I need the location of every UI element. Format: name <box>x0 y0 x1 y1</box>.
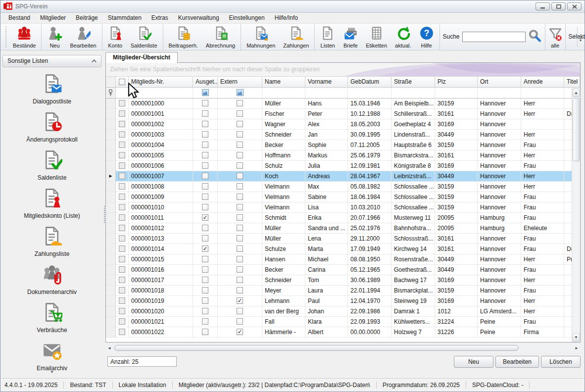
row-checkbox[interactable] <box>119 277 125 283</box>
filter-cell[interactable] <box>435 88 478 98</box>
toolbar-button-listen[interactable]: Listen <box>316 24 339 50</box>
filter-cell[interactable] <box>391 88 435 98</box>
row-checkbox[interactable] <box>237 256 243 262</box>
filter-cell[interactable] <box>348 88 391 98</box>
row-checkbox[interactable] <box>202 142 208 148</box>
row-checkbox[interactable] <box>237 173 243 179</box>
menu-mitglieder[interactable]: Mitglieder <box>35 13 71 22</box>
row-checkbox[interactable] <box>119 100 125 106</box>
toolbar-button-mahnungen[interactable]: Mahnungen <box>243 24 279 50</box>
row-checkbox[interactable] <box>119 256 125 262</box>
toolbar-button-bestände[interactable]: Bestände <box>9 24 40 50</box>
close-button[interactable] <box>567 2 582 10</box>
horizontal-scrollbar[interactable]: ◄ ► <box>105 344 581 352</box>
column-header-ort[interactable]: Ort <box>478 77 521 87</box>
toolbar-button-neu[interactable]: Neu <box>43 24 66 50</box>
toolbar-button-beitragserh[interactable]: Beitragserh. <box>165 24 202 50</box>
sidebar-item-dokumentenarchiv[interactable]: Dokumentenarchiv <box>27 264 77 295</box>
scroll-up-icon[interactable]: ▲ <box>573 89 580 97</box>
sidebar-item-zahlungsliste[interactable]: Zahlungsliste <box>35 226 70 257</box>
table-row[interactable]: 0000001020van der BergJohan22.09.1986Dam… <box>106 306 580 317</box>
sidebar-scroll-down-icon[interactable]: ▼ <box>0 370 103 374</box>
column-header-extern[interactable]: Extern <box>218 77 262 87</box>
sidebar-item-verbräuche[interactable]: Verbräuche <box>37 302 67 334</box>
row-checkbox[interactable] <box>119 110 125 117</box>
table-row[interactable]: 0000001010VielmannLisa10.03.2010Schlossa… <box>106 202 580 213</box>
toolbar-grip[interactable] <box>5 26 6 48</box>
row-checkbox[interactable] <box>119 266 125 273</box>
row-checkbox[interactable] <box>119 297 125 304</box>
column-header-vorname[interactable]: Vorname <box>305 77 348 87</box>
row-checkbox[interactable] <box>202 204 208 210</box>
menu-kursverwaltung[interactable]: Kursverwaltung <box>173 13 224 22</box>
table-row[interactable]: 0000001018MeyerLaura22.01.1994Bismarckpl… <box>106 286 580 296</box>
table-row[interactable]: 0000001013MüllerLena29.11.2000Schlossstr… <box>106 234 580 244</box>
row-checkbox[interactable] <box>119 152 125 158</box>
row-checkbox[interactable] <box>202 266 208 273</box>
table-row[interactable]: 0000001009VielmannSabine18.06.1984Schlos… <box>106 192 580 202</box>
row-checkbox[interactable] <box>119 318 125 325</box>
toolbar-button-saldenliste[interactable]: Saldenliste <box>127 24 161 50</box>
search-input[interactable] <box>462 32 526 42</box>
sidebar-item-dialogpostliste[interactable]: Dialogpostliste <box>33 73 71 105</box>
row-checkbox[interactable] <box>237 110 243 117</box>
bearbeiten-button[interactable]: Bearbeiten <box>495 356 539 368</box>
row-checkbox[interactable] <box>237 204 243 210</box>
row-checkbox[interactable] <box>237 277 243 283</box>
table-row[interactable]: 0000001017SchneiderTom30.06.1989Bachweg … <box>106 275 580 286</box>
table-row[interactable]: 0000001000MüllerHans15.03.1946Am Beispie… <box>106 98 580 109</box>
table-row[interactable]: 0000001002WagnerAlex18.05.2003Goetheplat… <box>106 119 580 130</box>
table-row[interactable]: 0000001012MüllerSandra und ...25.02.1976… <box>106 223 580 234</box>
row-checkbox[interactable] <box>237 183 243 190</box>
filter-cell[interactable] <box>218 88 262 98</box>
row-checkbox[interactable]: ✓ <box>202 214 208 221</box>
row-checkbox[interactable] <box>119 194 125 200</box>
row-checkbox[interactable] <box>202 131 208 138</box>
toolbar-button-bearbeiten[interactable]: Bearbeiten <box>66 24 100 50</box>
table-row[interactable]: 0000001005HoffmannMarkus25.06.1979Bismar… <box>106 150 580 161</box>
row-checkbox[interactable] <box>237 266 243 273</box>
row-checkbox[interactable]: ✓ <box>237 297 243 304</box>
filter-cell[interactable] <box>116 88 129 98</box>
table-row[interactable]: 0000001016BeckerCarina05.12.1965Goethest… <box>106 265 580 275</box>
row-checkbox[interactable] <box>119 308 125 314</box>
row-checkbox[interactable] <box>202 318 208 325</box>
row-checkbox[interactable] <box>202 183 208 190</box>
scroll-right-icon[interactable]: ► <box>573 344 581 352</box>
table-row[interactable]: 0000001008VielmannMax05.08.1982Schlossal… <box>106 182 580 192</box>
table-row[interactable]: 0000001021FallKlara22.09.1993Kühlwetters… <box>106 317 580 327</box>
row-checkbox[interactable] <box>119 204 125 210</box>
scroll-down-icon[interactable]: ▼ <box>573 333 580 342</box>
row-checkbox[interactable] <box>237 121 243 127</box>
row-checkbox[interactable] <box>119 329 125 335</box>
row-checkbox[interactable] <box>202 277 208 283</box>
row-checkbox[interactable] <box>202 256 208 262</box>
row-checkbox[interactable] <box>202 297 208 304</box>
row-checkbox[interactable] <box>237 100 243 106</box>
tab-mitglieder-uebersicht[interactable]: Mitglieder-Übersicht <box>105 52 178 63</box>
table-row[interactable]: 0000001011✓SchmidtErika20.07.1966Musterw… <box>106 213 580 223</box>
filter-cell[interactable] <box>305 88 348 98</box>
menu-beiträge[interactable]: Beiträge <box>71 13 103 22</box>
row-checkbox[interactable] <box>202 100 208 106</box>
column-header-anrede[interactable]: Anrede <box>521 77 564 87</box>
loeschen-button[interactable]: Löschen <box>541 356 581 368</box>
row-checkbox[interactable] <box>237 225 243 231</box>
row-checkbox[interactable] <box>237 235 243 242</box>
row-checkbox[interactable] <box>237 131 243 138</box>
table-row[interactable]: 0000001006SchulzJulia12.09.1981Königstra… <box>106 161 580 171</box>
menu-hilfe-info[interactable]: Hilfe/Info <box>270 13 303 22</box>
magnifier-icon[interactable] <box>528 29 542 45</box>
row-checkbox[interactable] <box>119 121 125 127</box>
row-checkbox[interactable] <box>119 214 125 221</box>
row-checkbox[interactable] <box>119 235 125 242</box>
filter-image-icon[interactable] <box>237 89 244 96</box>
table-row[interactable]: 0000001003SchneiderJan30.09.1995Lindenst… <box>106 130 580 140</box>
row-checkbox[interactable] <box>119 142 125 148</box>
row-checkbox[interactable] <box>237 162 243 169</box>
row-checkbox[interactable] <box>202 152 208 158</box>
horizontal-scroll-thumb[interactable] <box>114 345 519 351</box>
table-row[interactable]: 0000001001FischerPeter10.12.1988Schiller… <box>106 109 580 119</box>
column-header-name[interactable]: Name <box>262 77 305 87</box>
menu-stammdaten[interactable]: Stammdaten <box>103 13 146 22</box>
